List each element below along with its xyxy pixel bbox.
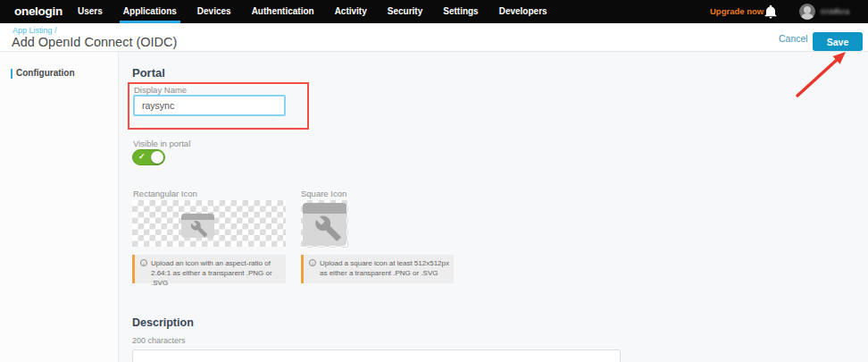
nav-item-activity[interactable]: Activity — [335, 0, 367, 23]
nav-item-users[interactable]: Users — [78, 0, 103, 23]
nav-item-developers[interactable]: Developers — [499, 0, 547, 23]
save-button[interactable]: Save — [813, 32, 863, 51]
nav-item-applications[interactable]: Applications — [123, 0, 177, 23]
toggle-check-icon: ✓ — [138, 152, 146, 161]
rectangular-icon-info-note: i Upload an icon with an aspect-ratio of… — [132, 255, 286, 283]
wrench-icon — [190, 220, 208, 238]
description-section-heading: Description — [132, 316, 194, 329]
square-icon-info-text: Upload a square icon at least 512x512px … — [320, 258, 449, 278]
notification-bell-icon[interactable] — [764, 4, 778, 19]
top-navigation-bar: onelogin Users Applications Devices Auth… — [0, 0, 868, 23]
square-icon-label: Square Icon — [301, 189, 346, 198]
breadcrumb[interactable]: App Listing / — [13, 26, 57, 35]
info-icon: i — [309, 259, 316, 266]
display-name-input[interactable] — [133, 95, 286, 116]
settings-sidebar: Configuration — [0, 52, 119, 362]
rectangular-icon-label: Rectangular Icon — [133, 189, 197, 198]
avatar-body-shape — [801, 13, 814, 20]
user-avatar[interactable] — [799, 4, 815, 20]
visible-in-portal-toggle[interactable]: ✓ — [132, 149, 165, 165]
sidebar-item-label: Configuration — [16, 68, 75, 78]
info-icon: i — [140, 259, 147, 266]
main-nav: Users Applications Devices Authenticatio… — [78, 0, 568, 23]
nav-item-devices[interactable]: Devices — [197, 0, 231, 23]
portal-section-heading: Portal — [132, 66, 165, 80]
rectangular-icon-upload-area[interactable] — [132, 200, 286, 247]
avatar-head-shape — [804, 6, 811, 13]
username-label[interactable]: riAMfera — [821, 7, 849, 16]
toggle-knob — [151, 151, 163, 164]
page-title: Add OpenId Connect (OIDC) — [12, 35, 177, 49]
square-icon-info-note: i Upload a square icon at least 512x512p… — [301, 255, 454, 283]
page-header: App Listing / Add OpenId Connect (OIDC) … — [0, 23, 868, 52]
active-indicator-bar — [11, 69, 13, 79]
wrench-icon — [314, 215, 342, 242]
rectangular-app-placeholder-icon — [181, 214, 214, 238]
app-window-titlebar-shape — [181, 214, 214, 220]
onelogin-logo[interactable]: onelogin — [14, 0, 63, 23]
visible-in-portal-label: Visible in portal — [133, 139, 190, 148]
app-window-titlebar-shape — [303, 203, 346, 214]
nav-item-settings[interactable]: Settings — [443, 0, 478, 23]
sidebar-item-configuration[interactable]: Configuration — [0, 66, 119, 80]
display-name-label: Display Name — [134, 85, 187, 95]
description-textarea[interactable] — [132, 349, 621, 362]
description-char-limit-label: 200 characters — [132, 336, 186, 345]
rectangular-icon-info-text: Upload an icon with an aspect-ratio of 2… — [151, 258, 281, 288]
annotation-arrow — [786, 49, 857, 103]
upgrade-now-link[interactable]: Upgrade now — [710, 0, 764, 23]
nav-item-security[interactable]: Security — [388, 0, 422, 23]
square-icon-upload-area[interactable] — [301, 200, 348, 248]
nav-item-authentication[interactable]: Authentication — [252, 0, 314, 23]
square-app-placeholder-icon — [303, 203, 346, 246]
cancel-button[interactable]: Cancel — [779, 33, 808, 44]
